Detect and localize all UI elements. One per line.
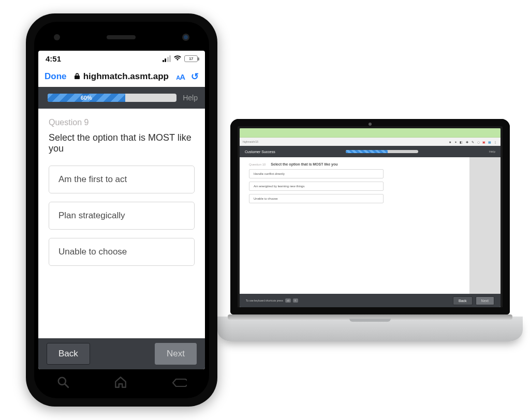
progress-fill [346, 150, 388, 153]
laptop-touchpad-notch [349, 319, 391, 322]
wifi-icon [173, 54, 182, 63]
question-number: Question 9 [49, 118, 195, 127]
assessment-footer: Back Next [38, 338, 205, 369]
phone-nav-bar [34, 369, 209, 398]
ext-icon[interactable]: ✚ [465, 140, 469, 144]
proximity-sensor-icon [54, 34, 60, 40]
earpiece-speaker [107, 35, 136, 39]
answer-option[interactable]: Am the first to act [49, 166, 195, 193]
right-gutter [469, 157, 500, 294]
help-link[interactable]: Help [183, 94, 198, 102]
text-size-button[interactable]: AA [176, 72, 185, 81]
progress-bar [346, 150, 418, 153]
assessment-footer: To use keyboard shortcuts press alt K Ba… [240, 294, 500, 307]
phone-sensor-bar [34, 22, 209, 53]
back-button[interactable]: Back [47, 343, 90, 365]
svg-line-1 [65, 384, 68, 387]
browser-toolbar: highmatch/15 ★ ✦ ◧ ✚ ✎ ◌ ▣ ▦ ⋮ [240, 138, 500, 146]
battery-indicator: 17 [184, 55, 198, 62]
help-link[interactable]: Help [489, 150, 495, 153]
ext-icon[interactable]: ✦ [453, 140, 458, 144]
next-button[interactable]: Next [476, 296, 494, 305]
browser-tab-strip [240, 128, 500, 138]
back-button[interactable]: Back [453, 296, 473, 305]
progress-fill: 60% [48, 94, 125, 102]
ext-icon[interactable]: ★ [448, 140, 452, 144]
answer-option[interactable]: Unable to choose [249, 194, 384, 203]
refresh-icon[interactable]: ↻ [191, 71, 199, 82]
progress-percent: 60% [81, 95, 92, 101]
url-bar[interactable]: highmatch/15 [243, 140, 258, 143]
browser-extension-icons: ★ ✦ ◧ ✚ ✎ ◌ ▣ ▦ ⋮ [448, 140, 497, 144]
home-icon[interactable] [114, 376, 127, 393]
back-icon[interactable] [171, 376, 187, 392]
answer-option[interactable]: Handle conflict directly [249, 169, 384, 178]
phone-screen: 4:51 17 Done [38, 51, 205, 369]
assessment-header: 60% Help [38, 87, 205, 109]
progress-bar: 60% [48, 94, 176, 102]
question-number: Question 10 [249, 163, 266, 166]
phone-bezel: 4:51 17 Done [34, 22, 209, 398]
ext-icon[interactable]: ◌ [476, 140, 480, 144]
laptop-lid: highmatch/15 ★ ✦ ◧ ✚ ✎ ◌ ▣ ▦ ⋮ Customer … [230, 119, 510, 314]
laptop-screen: highmatch/15 ★ ✦ ◧ ✚ ✎ ◌ ▣ ▦ ⋮ Customer … [240, 128, 500, 307]
done-button[interactable]: Done [45, 71, 67, 82]
battery-level: 17 [184, 55, 198, 62]
search-icon[interactable] [56, 376, 70, 393]
ext-icon[interactable]: ▦ [488, 140, 492, 144]
assessment-title: Customer Success [245, 150, 275, 154]
laptop-device: highmatch/15 ★ ✦ ◧ ✚ ✎ ◌ ▣ ▦ ⋮ Customer … [217, 119, 523, 341]
answer-option[interactable]: Unable to choose [49, 238, 195, 266]
lock-icon [74, 72, 80, 81]
key-k: K [293, 298, 298, 303]
url-display[interactable]: highmatch.asmt.app [74, 71, 169, 82]
question-prompt: Select the option that is MOST like you [49, 132, 195, 154]
ext-icon[interactable]: ⋮ [493, 140, 497, 144]
front-camera-icon [182, 34, 189, 41]
ext-icon[interactable]: ◧ [459, 140, 463, 144]
answer-option[interactable]: Plan strategically [49, 202, 195, 230]
url-host: highmatch.asmt.app [83, 71, 169, 82]
question-prompt: Select the option that is MOST like you [271, 162, 337, 166]
assessment-body: Question 10 Select the option that is MO… [240, 157, 500, 294]
ext-icon[interactable]: ▣ [482, 140, 486, 144]
safari-header: Done highmatch.asmt.app AA ↻ [38, 66, 205, 87]
next-button[interactable]: Next [155, 343, 197, 365]
laptop-webcam [369, 123, 372, 126]
question-panel: Question 9 Select the option that is MOS… [38, 109, 205, 338]
ios-status-bar: 4:51 17 [38, 51, 205, 66]
keyboard-hint: To use keyboard shortcuts press alt K [246, 298, 298, 303]
assessment-header: Customer Success Help [240, 146, 500, 157]
phone-device: 4:51 17 Done [26, 13, 217, 407]
answer-option[interactable]: Am energized by learning new things [249, 182, 384, 191]
status-time: 4:51 [46, 54, 61, 63]
ext-icon[interactable]: ✎ [470, 140, 475, 144]
key-alt: alt [285, 298, 291, 303]
laptop-base [217, 317, 523, 341]
cellular-signal-icon [163, 55, 171, 62]
keyboard-hint-text: To use keyboard shortcuts press [246, 299, 283, 302]
question-panel: Question 10 Select the option that is MO… [240, 157, 469, 294]
